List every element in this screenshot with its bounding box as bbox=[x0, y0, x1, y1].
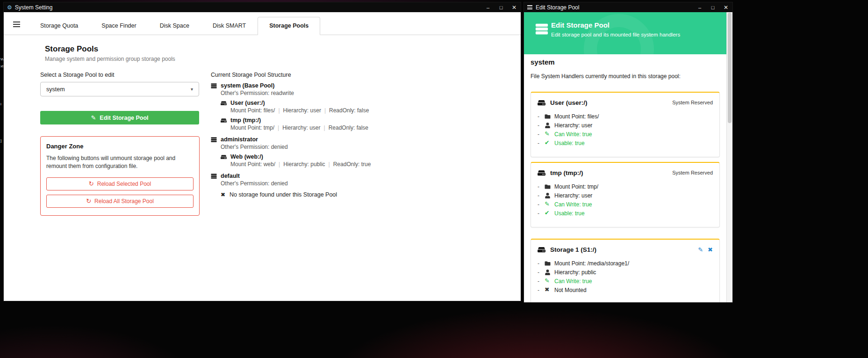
desktop-icon-fragments: W xt i ] bbox=[0, 12, 4, 302]
hierarchy: Hierarchy: user bbox=[282, 124, 320, 131]
banner-subtitle: Edit storage pool and its mounted file s… bbox=[551, 32, 680, 37]
row-text: Usable: true bbox=[554, 140, 585, 146]
hierarchy: Hierarchy: user bbox=[283, 107, 321, 114]
desktop-fragment: W bbox=[0, 57, 4, 61]
row-text: Hierarchy: user bbox=[554, 122, 592, 129]
reload-all-pool-button[interactable]: ↻ Reload All Storage Pool bbox=[46, 195, 194, 208]
scrollbar[interactable] bbox=[726, 12, 732, 302]
row-text: Not Mounted bbox=[554, 287, 587, 293]
separator: | bbox=[278, 107, 280, 114]
tab-disk-smart[interactable]: Disk SMART bbox=[201, 17, 258, 35]
dash: - bbox=[538, 201, 545, 208]
storage-name: Web (web:/) bbox=[230, 153, 263, 160]
pool-permission: Other's Permission: denied bbox=[221, 144, 491, 150]
server-icon bbox=[211, 173, 217, 179]
check-icon: ✔ bbox=[545, 140, 554, 146]
handler-card-tmp: tmp (tmp:/) System Reserved - Mount Poin… bbox=[531, 162, 720, 227]
dash: - bbox=[538, 260, 545, 267]
tab-bar: Storage Quota Space Finder Disk Space Di… bbox=[4, 12, 521, 35]
pool-item-system: system (Base Pool) Other's Permission: r… bbox=[211, 82, 491, 131]
page-subtitle: Manage system and permission group stora… bbox=[45, 56, 175, 62]
tab-disk-space[interactable]: Disk Space bbox=[148, 17, 201, 35]
desktop-fragment: i bbox=[0, 102, 1, 106]
pool-name: system (Base Pool) bbox=[221, 82, 274, 89]
readonly-flag: ReadOnly: true bbox=[333, 161, 371, 168]
selected-pool-value: system bbox=[46, 86, 65, 93]
separator: | bbox=[278, 124, 279, 131]
maximize-button[interactable]: □ bbox=[495, 2, 508, 12]
storage-details: Mount Point: files/|Hierarchy: user|Read… bbox=[230, 107, 491, 114]
handler-card-user: User (user:/) System Reserved - Mount Po… bbox=[531, 92, 720, 157]
reload-selected-pool-button[interactable]: ↻ Reload Selected Pool bbox=[46, 177, 194, 190]
close-button[interactable]: ✕ bbox=[508, 2, 521, 12]
handler-card-storage1: Storage 1 (S1:/) ✎ ✖ - Mount Point: /med… bbox=[531, 239, 720, 302]
desktop-fragment: xt bbox=[0, 64, 3, 68]
edit-icon: ✎ bbox=[545, 201, 554, 207]
chevron-down-icon: ▾ bbox=[191, 87, 193, 92]
pool-permission: Other's Permission: readwrite bbox=[221, 90, 491, 96]
folder-icon bbox=[545, 184, 554, 190]
pool-permission: Other's Permission: denied bbox=[221, 180, 491, 187]
storage-pool-select[interactable]: system ▾ bbox=[40, 82, 199, 96]
hdd-icon bbox=[538, 169, 545, 176]
row-text: Hierarchy: public bbox=[554, 269, 596, 276]
storage-entry: User (user:/) Mount Point: files/|Hierar… bbox=[221, 100, 491, 114]
tab-storage-quota[interactable]: Storage Quota bbox=[29, 17, 90, 35]
pencil-icon: ✎ bbox=[91, 114, 96, 121]
mount-point: Mount Point: web/ bbox=[230, 161, 275, 168]
mount-point: Mount Point: files/ bbox=[230, 107, 275, 114]
check-icon: ✔ bbox=[545, 210, 554, 216]
remove-handler-button[interactable]: ✖ bbox=[708, 246, 713, 253]
storage-entry: Web (web:/) Mount Point: web/|Hierarchy:… bbox=[221, 153, 491, 168]
storage-pools-page: Storage Pools Manage system and permissi… bbox=[4, 35, 521, 301]
separator: | bbox=[279, 161, 280, 168]
storage-entry: tmp (tmp:/) Mount Point: tmp/|Hierarchy:… bbox=[221, 117, 491, 131]
dash: - bbox=[538, 269, 545, 276]
hierarchy-row: - Hierarchy: user bbox=[538, 191, 713, 200]
row-text: Mount Point: files/ bbox=[554, 113, 599, 120]
edit-storage-pool-window: Edit Storage Pool – □ ✕ Edit Storage Poo… bbox=[524, 2, 732, 302]
mount-point-row: - Mount Point: files/ bbox=[538, 112, 713, 121]
row-text: Can Write: true bbox=[554, 278, 592, 285]
hdd-icon bbox=[221, 117, 227, 124]
hdd-icon bbox=[221, 154, 227, 160]
hdd-icon bbox=[538, 99, 545, 106]
readonly-flag: ReadOnly: false bbox=[329, 124, 368, 131]
row-text: Can Write: true bbox=[554, 201, 592, 208]
hdd-icon bbox=[221, 100, 227, 106]
hierarchy: Hierarchy: public bbox=[283, 161, 325, 168]
pool-name-heading: system bbox=[531, 58, 555, 66]
row-text: Mount Point: tmp/ bbox=[554, 183, 598, 190]
pool-name: default bbox=[221, 173, 240, 179]
edit-window-titlebar[interactable]: Edit Storage Pool – □ ✕ bbox=[524, 2, 732, 12]
handlers-description: File System Handlers currently mounted i… bbox=[531, 73, 681, 80]
edit-icon: ✎ bbox=[545, 131, 554, 137]
dash: - bbox=[538, 192, 545, 199]
close-button[interactable]: ✕ bbox=[719, 2, 732, 12]
dash: - bbox=[538, 287, 545, 293]
window-title: System Setting bbox=[15, 4, 53, 11]
system-reserved-badge: System Reserved bbox=[672, 170, 713, 175]
tab-space-finder[interactable]: Space Finder bbox=[90, 17, 148, 35]
separator: | bbox=[329, 161, 330, 168]
hamburger-menu-icon[interactable] bbox=[13, 20, 20, 29]
hamburger-menu-icon[interactable] bbox=[527, 4, 532, 10]
minimize-button[interactable]: – bbox=[481, 2, 495, 12]
system-setting-titlebar[interactable]: ⚙ System Setting – □ ✕ bbox=[4, 2, 521, 12]
scrollbar-thumb[interactable] bbox=[728, 13, 732, 123]
pool-name: administrator bbox=[221, 136, 258, 143]
hdd-icon bbox=[538, 246, 545, 253]
storage-name: User (user:/) bbox=[230, 100, 265, 106]
edit-pool-panel: Edit Storage Pool Edit storage pool and … bbox=[524, 12, 732, 302]
tab-storage-pools[interactable]: Storage Pools bbox=[258, 17, 320, 35]
gear-icon: ⚙ bbox=[7, 5, 12, 10]
dash: - bbox=[538, 140, 545, 146]
maximize-button[interactable]: □ bbox=[706, 2, 719, 12]
edit-handler-button[interactable]: ✎ bbox=[698, 246, 703, 253]
minimize-button[interactable]: – bbox=[693, 2, 706, 12]
can-write-row: - ✎ Can Write: true bbox=[538, 130, 713, 139]
reload-all-label: Reload All Storage Pool bbox=[94, 198, 154, 205]
edit-storage-pool-button[interactable]: ✎ Edit Storage Pool bbox=[40, 111, 199, 124]
reload-selected-label: Reload Selected Pool bbox=[97, 181, 151, 187]
dash: - bbox=[538, 210, 545, 217]
